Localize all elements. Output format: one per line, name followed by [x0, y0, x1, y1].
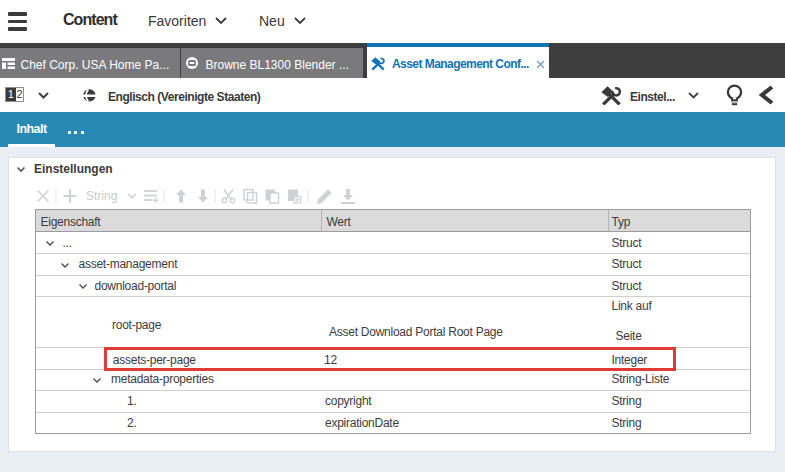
svg-text:String: String: [86, 189, 117, 203]
